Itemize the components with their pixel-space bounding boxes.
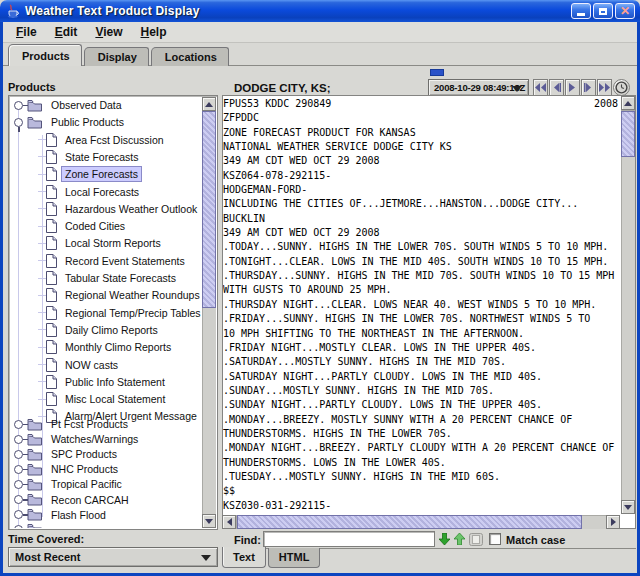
time-nav-toolbar: [533, 79, 630, 96]
menu-file[interactable]: File: [7, 23, 46, 41]
tree-item-tabular-state-forecasts[interactable]: Tabular State Forecasts: [14, 270, 180, 286]
step-back-button[interactable]: [549, 79, 564, 96]
tree-item-public-info-statement[interactable]: Public Info Statement: [14, 374, 169, 390]
expand-handle-icon[interactable]: [14, 525, 23, 528]
tree-item-tropical-pacific[interactable]: Tropical Pacific: [14, 476, 126, 492]
text-vscrollbar-track[interactable]: [621, 110, 635, 500]
text-scroll-right-button[interactable]: [606, 515, 620, 529]
tree-item-recon-carcah[interactable]: Recon CARCAH: [14, 492, 133, 508]
tree-item-regional-temp-precip-tables[interactable]: Regional Temp/Precip Tables: [14, 305, 202, 321]
folder-icon: [27, 478, 47, 491]
text-line: HODGEMAN-FORD-: [223, 183, 619, 197]
tab-display[interactable]: Display: [84, 47, 149, 66]
text-line: .SATURDAY NIGHT...PARTLY CLOUDY. LOWS IN…: [223, 370, 619, 384]
tree-scroll-down-button[interactable]: [202, 514, 216, 528]
menu-edit[interactable]: Edit: [46, 23, 87, 41]
fast-forward-button[interactable]: [597, 79, 612, 96]
match-case-checkbox[interactable]: [489, 533, 501, 545]
folder-icon: [27, 508, 47, 521]
tree-scroll-up-button[interactable]: [202, 97, 216, 111]
expand-handle-icon[interactable]: [14, 480, 23, 489]
time-select[interactable]: 2008-10-29 08:49:18Z: [428, 79, 529, 96]
tree-item-monthly-climo-reports[interactable]: Monthly Climo Reports: [14, 339, 175, 355]
text-scroll-left-button[interactable]: [222, 515, 236, 529]
expand-handle-icon[interactable]: [14, 450, 23, 459]
maximize-button[interactable]: [593, 3, 613, 19]
tree-item-label: Tropical Pacific: [47, 476, 126, 492]
rewind-icon: [535, 83, 546, 92]
text-vscrollbar-thumb[interactable]: [621, 111, 635, 157]
highlight-all-button[interactable]: [468, 532, 483, 546]
tree-item-zone-forecasts[interactable]: Zone Forecasts: [14, 166, 142, 182]
tree-item-watches-warnings[interactable]: Watches/Warnings: [14, 431, 142, 447]
text-hscrollbar-thumb[interactable]: [237, 515, 582, 529]
close-button[interactable]: ✕: [615, 3, 635, 19]
tree-item-label: NHC Products: [47, 461, 122, 477]
expand-handle-icon[interactable]: [14, 495, 23, 504]
tree-item-label: Local Storm Reports: [61, 235, 165, 251]
expand-handle-icon[interactable]: [14, 435, 23, 444]
tree-item-hazardous-weather-outlook[interactable]: Hazardous Weather Outlook: [14, 201, 201, 217]
expand-handle-icon[interactable]: [14, 420, 23, 429]
tree-item-state-forecasts[interactable]: State Forecasts: [14, 149, 143, 165]
text-line: NATIONAL WEATHER SERVICE DODGE CITY KS: [223, 140, 619, 154]
text-line: KSZ030-031-292115-: [223, 499, 619, 513]
tree-item-label: Watches/Warnings: [47, 431, 142, 447]
tree-item-label: Public Products: [47, 114, 128, 130]
find-next-button[interactable]: [437, 532, 451, 546]
expand-handle-icon[interactable]: [14, 510, 23, 519]
text-line: THUNDERSTORMS. HIGHS IN THE LOWER 70S.: [223, 427, 619, 441]
expand-handle-icon[interactable]: [14, 465, 23, 474]
text-product-area[interactable]: FPUS53 KDDC 2908492008ZFPDDCZONE FORECAS…: [223, 97, 619, 514]
tree-branch-stub: [38, 243, 46, 244]
tree-item-pt-fcst-products[interactable]: Pt Fcst Products: [14, 416, 132, 432]
document-icon: [46, 150, 61, 164]
menu-help[interactable]: Help: [132, 23, 176, 41]
tree-item-label: Coded Cities: [61, 218, 129, 234]
tab-products[interactable]: Products: [8, 44, 82, 66]
tree-item-local-storm-reports[interactable]: Local Storm Reports: [14, 235, 165, 251]
clock-button[interactable]: [613, 79, 630, 96]
document-icon: [46, 185, 61, 199]
expand-handle-icon[interactable]: [14, 101, 23, 110]
find-previous-button[interactable]: [452, 532, 466, 546]
tree-item-partial[interactable]: [14, 522, 55, 528]
tree-item-daily-climo-reports[interactable]: Daily Climo Reports: [14, 322, 162, 338]
tree-item-observed-data[interactable]: Observed Data: [14, 97, 126, 113]
time-slider-thumb[interactable]: [430, 69, 444, 76]
tree-item-label: Record Event Statements: [61, 253, 189, 269]
text-line: .FRIDAY NIGHT...MOSTLY CLEAR. LOWS IN TH…: [223, 341, 619, 355]
tree-item-flash-flood[interactable]: Flash Flood: [14, 507, 110, 523]
tree-item-coded-cities[interactable]: Coded Cities: [14, 218, 129, 234]
tab-locations[interactable]: Locations: [151, 47, 229, 66]
tree-item-spc-products[interactable]: SPC Products: [14, 446, 121, 462]
menu-bar: FileEditViewHelp: [3, 22, 637, 43]
tree-item-local-forecasts[interactable]: Local Forecasts: [14, 184, 143, 200]
tree-scrollbar-thumb[interactable]: [202, 111, 216, 308]
rewind-button[interactable]: [533, 79, 548, 96]
view-tab-text[interactable]: Text: [222, 547, 266, 568]
text-scroll-up-button[interactable]: [621, 96, 635, 110]
tree-item-public-products[interactable]: Public Products: [14, 114, 128, 130]
document-icon: [46, 358, 61, 372]
find-input[interactable]: [263, 531, 435, 547]
text-line-right-fragment: 2008: [594, 97, 618, 111]
step-forward-button[interactable]: [581, 79, 596, 96]
view-tab-html[interactable]: HTML: [268, 548, 321, 568]
minimize-button[interactable]: [571, 3, 591, 19]
view-tab-row: TextHTML: [222, 548, 320, 568]
tree-item-nhc-products[interactable]: NHC Products: [14, 461, 122, 477]
text-line: 10 MPH SHIFTING TO THE NORTHEAST IN THE …: [223, 327, 619, 341]
tree-item-record-event-statements[interactable]: Record Event Statements: [14, 253, 189, 269]
tree-item-area-fcst-discussion[interactable]: Area Fcst Discussion: [14, 132, 168, 148]
text-line: THUNDERSTORMS. LOWS IN THE LOWER 40S.: [223, 456, 619, 470]
collapse-handle-icon[interactable]: [14, 118, 23, 127]
tree-item-label: Local Forecasts: [61, 184, 143, 200]
text-scroll-down-button[interactable]: [621, 500, 635, 514]
play-button[interactable]: [565, 79, 580, 96]
menu-view[interactable]: View: [86, 23, 131, 41]
time-covered-select[interactable]: Most Recent: [8, 547, 218, 567]
tree-item-now-casts[interactable]: NOW casts: [14, 357, 122, 373]
tree-item-regional-weather-roundups[interactable]: Regional Weather Roundups: [14, 287, 202, 303]
tree-item-misc-local-statement[interactable]: Misc Local Statement: [14, 391, 169, 407]
